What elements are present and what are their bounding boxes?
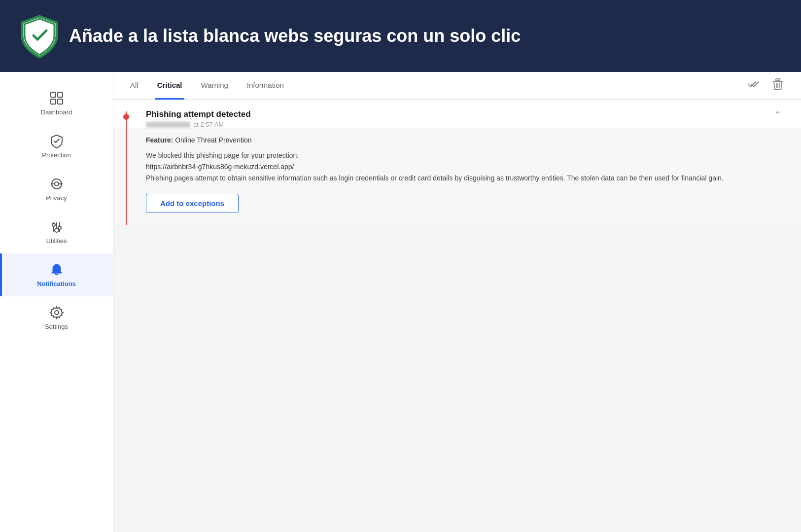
content-area: All Critical Warning Information bbox=[113, 72, 801, 532]
tab-information[interactable]: Information bbox=[245, 72, 286, 100]
svg-rect-2 bbox=[51, 99, 56, 104]
description-line2: Phishing pages attempt to obtain sensiti… bbox=[146, 174, 724, 182]
sidebar-settings-label: Settings bbox=[45, 323, 68, 330]
notification-red-line bbox=[126, 111, 127, 225]
notification-url: https://airbnbr34-g7hkus86g-mekuzd.verce… bbox=[146, 163, 294, 171]
notification-meta: at 2:57 AM bbox=[146, 121, 762, 128]
svg-rect-3 bbox=[58, 99, 63, 104]
sidebar-utilities-label: Utilities bbox=[46, 237, 67, 245]
banner-text: Añade a la lista blanca webs seguras con… bbox=[69, 26, 521, 46]
notification-body: Feature: Online Threat Prevention We blo… bbox=[113, 128, 801, 225]
notification-description: We blocked this phishing page for your p… bbox=[146, 150, 786, 184]
tab-critical[interactable]: Critical bbox=[155, 72, 184, 100]
tab-all[interactable]: All bbox=[128, 72, 140, 100]
mark-all-read-button[interactable] bbox=[745, 78, 763, 93]
trash-icon bbox=[772, 78, 783, 90]
notifications-icon bbox=[49, 262, 64, 277]
dashboard-icon bbox=[49, 91, 64, 106]
sidebar-protection-label: Protection bbox=[42, 151, 71, 159]
svg-point-12 bbox=[52, 223, 55, 226]
sidebar-notifications-label: Notifications bbox=[37, 280, 76, 287]
utilities-icon bbox=[49, 219, 64, 234]
notification-title: Phishing attempt detected bbox=[146, 109, 762, 119]
shield-logo bbox=[20, 14, 59, 58]
notification-item: Phishing attempt detected at 2:57 AM ⌃ F… bbox=[113, 100, 801, 225]
sidebar-privacy-label: Privacy bbox=[46, 194, 67, 202]
notification-time: at 2:57 AM bbox=[193, 121, 224, 128]
svg-rect-18 bbox=[776, 79, 780, 81]
description-line1: We blocked this phishing page for your p… bbox=[146, 151, 299, 159]
svg-point-5 bbox=[55, 182, 59, 186]
notification-header: Phishing attempt detected at 2:57 AM ⌃ bbox=[113, 100, 801, 128]
svg-rect-0 bbox=[51, 92, 56, 97]
sidebar-dashboard-label: Dashboard bbox=[41, 108, 72, 116]
sidebar-item-dashboard[interactable]: Dashboard bbox=[0, 82, 113, 125]
protection-icon bbox=[49, 134, 64, 148]
notification-title-block: Phishing attempt detected at 2:57 AM bbox=[146, 109, 762, 128]
sidebar-item-privacy[interactable]: Privacy bbox=[0, 168, 113, 211]
svg-point-13 bbox=[58, 226, 61, 229]
settings-icon bbox=[49, 305, 64, 320]
sidebar-item-protection[interactable]: Protection bbox=[0, 125, 113, 168]
svg-point-16 bbox=[55, 311, 59, 315]
feature-label: Feature: bbox=[146, 136, 173, 144]
meta-url-blurred bbox=[146, 122, 190, 128]
sidebar: Dashboard Protection Privacy bbox=[0, 72, 113, 532]
tabs-bar: All Critical Warning Information bbox=[113, 72, 801, 100]
tab-actions bbox=[745, 76, 786, 95]
svg-rect-1 bbox=[58, 92, 63, 97]
tab-warning[interactable]: Warning bbox=[199, 72, 230, 100]
double-check-icon bbox=[748, 80, 760, 89]
chevron-up-icon[interactable]: ⌃ bbox=[769, 109, 786, 120]
feature-line: Feature: Online Threat Prevention bbox=[146, 136, 786, 144]
feature-value: Online Threat Prevention bbox=[175, 136, 251, 144]
top-banner: Añade a la lista blanca webs seguras con… bbox=[0, 0, 801, 72]
notification-list: Phishing attempt detected at 2:57 AM ⌃ F… bbox=[113, 100, 801, 532]
delete-all-button[interactable] bbox=[769, 76, 786, 95]
add-to-exceptions-button[interactable]: Add to exceptions bbox=[146, 194, 239, 213]
sidebar-item-settings[interactable]: Settings bbox=[0, 296, 113, 339]
privacy-icon bbox=[49, 177, 64, 191]
sidebar-item-notifications[interactable]: Notifications bbox=[0, 253, 113, 296]
sidebar-item-utilities[interactable]: Utilities bbox=[0, 211, 113, 253]
